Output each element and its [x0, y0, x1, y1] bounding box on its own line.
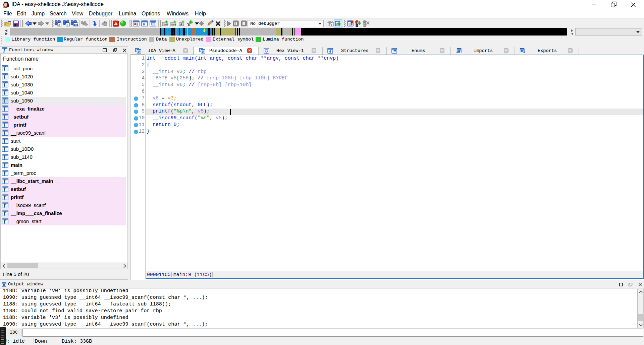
- svg-text:R: R: [143, 23, 145, 26]
- svg-text:c: c: [336, 22, 338, 26]
- svg-text:A: A: [329, 49, 331, 53]
- svg-text:64: 64: [3, 5, 7, 8]
- svg-text:T: T: [67, 23, 69, 26]
- svg-text:DATA: DATA: [171, 23, 176, 25]
- svg-text:101: 101: [74, 23, 78, 26]
- svg-text:c: c: [331, 23, 332, 27]
- svg-text:A: A: [180, 23, 182, 26]
- svg-text:CODE: CODE: [163, 23, 168, 25]
- svg-text:#: #: [58, 23, 60, 26]
